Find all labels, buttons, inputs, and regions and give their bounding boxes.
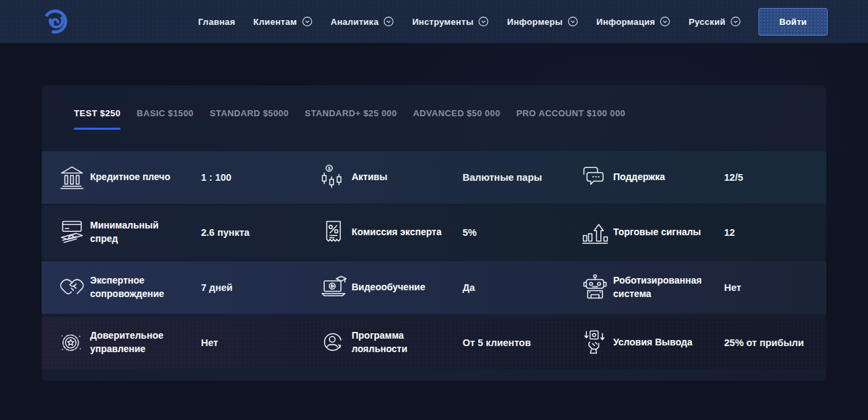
tab-standard-5000[interactable]: STANDARD $5000 xyxy=(210,108,288,130)
feature-label: Видеообучение xyxy=(352,281,449,294)
tab-standard-plus-25000[interactable]: STANDARD+ $25 000 xyxy=(305,108,397,130)
svg-text:$: $ xyxy=(328,166,331,171)
feature-label: Доверительное управление xyxy=(90,329,188,356)
chevron-down-icon xyxy=(383,16,394,27)
trust-badge-icon xyxy=(57,328,90,358)
feature-min-spread: Минимальный спред 2.6 пункта xyxy=(42,206,303,259)
feature-row: Экспертное сопровождение 7 дней Видеообу… xyxy=(42,261,826,314)
feature-label: Кредитное плечо xyxy=(90,171,188,184)
feature-withdrawal-terms: Условия Вывода 25% от прибыли xyxy=(565,317,826,369)
nav-item-tools[interactable]: Инструменты xyxy=(412,16,489,27)
nav-item-label: Русский xyxy=(688,17,725,27)
chevron-down-icon xyxy=(567,16,578,27)
chevron-down-icon xyxy=(660,16,670,27)
feature-expert-assistance: Экспертное сопровождение 7 дней xyxy=(42,261,303,314)
chevron-down-icon xyxy=(730,16,741,27)
tab-pro-account-100000[interactable]: PRO ACCOUNT $100 000 xyxy=(516,108,625,130)
top-navigation-bar: Главная Клиентам Аналитика Инструменты И… xyxy=(0,0,868,43)
feature-value: 12 xyxy=(724,227,735,238)
feature-robot-system: Роботизированная система Нет xyxy=(565,261,826,314)
bank-icon xyxy=(57,163,90,192)
feature-value: 12/5 xyxy=(724,172,743,183)
commission-receipt-icon xyxy=(319,218,352,247)
video-learning-icon xyxy=(319,273,352,302)
money-card-icon xyxy=(57,218,90,247)
main-menu: Главная Клиентам Аналитика Инструменты И… xyxy=(198,16,741,27)
nav-item-information[interactable]: Информация xyxy=(596,16,670,27)
feature-expert-commission: Комиссия эксперта 5% xyxy=(303,206,565,259)
feature-value: 5% xyxy=(463,227,477,238)
nav-item-language[interactable]: Русский xyxy=(688,16,741,27)
feature-label: Экспертное сопровождение xyxy=(90,274,188,301)
feature-row: Доверительное управление Нет Программа л… xyxy=(42,317,826,369)
feature-value: Нет xyxy=(201,337,218,348)
nav-item-label: Инструменты xyxy=(412,17,473,27)
support-chat-icon xyxy=(580,163,613,192)
account-comparison-panel: TEST $250 BASIC $1500 STANDARD $5000 STA… xyxy=(42,85,826,381)
loyalty-program-icon xyxy=(319,328,352,358)
tab-basic-1500[interactable]: BASIC $1500 xyxy=(136,108,194,130)
signals-chart-icon xyxy=(580,218,613,247)
feature-label: Минимальный спред xyxy=(90,219,188,246)
handshake-icon xyxy=(57,273,90,302)
nav-item-home[interactable]: Главная xyxy=(198,17,235,27)
assets-candlestick-icon: $ xyxy=(319,163,352,192)
feature-value: Да xyxy=(463,282,475,293)
feature-label: Поддержка xyxy=(613,171,711,184)
feature-value: Валютные пары xyxy=(463,172,542,183)
withdrawal-icon xyxy=(580,328,613,358)
feature-value: 7 дней xyxy=(201,282,233,293)
feature-value: 1 : 100 xyxy=(201,172,231,183)
feature-leverage: Кредитное плечо 1 : 100 xyxy=(42,151,303,204)
nav-item-label: Информеры xyxy=(507,17,563,27)
tab-advanced-50000[interactable]: ADVANCED $50 000 xyxy=(413,108,500,130)
nav-item-informers[interactable]: Информеры xyxy=(507,16,578,27)
feature-value: От 5 клиентов xyxy=(463,337,531,348)
nav-item-label: Главная xyxy=(198,17,235,27)
feature-loyalty-program: Программа лояльности От 5 клиентов xyxy=(303,317,565,369)
feature-assets: $ Активы Валютные пары xyxy=(303,151,565,204)
chevron-down-icon xyxy=(478,16,489,27)
nav-item-label: Информация xyxy=(596,17,655,27)
feature-label: Условия Вывода xyxy=(613,336,711,349)
nav-item-label: Клиентам xyxy=(253,17,297,27)
feature-trading-signals: Торговые сигналы 12 xyxy=(565,206,826,259)
login-button[interactable]: Войти xyxy=(758,8,828,36)
nav-item-label: Аналитика xyxy=(331,17,379,27)
feature-value: Нет xyxy=(724,282,741,293)
feature-value: 25% от прибыли xyxy=(724,337,804,348)
feature-row: Кредитное плечо 1 : 100 $ Активы Валютны… xyxy=(42,151,826,204)
brand-spiral-logo[interactable] xyxy=(40,7,70,36)
feature-video-training: Видеообучение Да xyxy=(303,261,565,314)
feature-label: Активы xyxy=(352,171,449,184)
feature-label: Программа лояльности xyxy=(352,329,449,356)
nav-item-clients[interactable]: Клиентам xyxy=(253,16,313,27)
feature-row: Минимальный спред 2.6 пункта Комиссия эк… xyxy=(42,206,826,259)
feature-label: Роботизированная система xyxy=(613,274,711,301)
feature-support: Поддержка 12/5 xyxy=(565,151,826,204)
chevron-down-icon xyxy=(302,16,313,27)
feature-trust-management: Доверительное управление Нет xyxy=(42,317,303,369)
feature-label: Торговые сигналы xyxy=(613,226,711,239)
tab-test-250[interactable]: TEST $250 xyxy=(74,108,120,130)
feature-label: Комиссия эксперта xyxy=(352,226,449,239)
robot-icon xyxy=(580,273,613,302)
account-tier-tabs: TEST $250 BASIC $1500 STANDARD $5000 STA… xyxy=(42,85,826,151)
feature-value: 2.6 пункта xyxy=(201,227,249,238)
nav-item-analytics[interactable]: Аналитика xyxy=(331,16,395,27)
